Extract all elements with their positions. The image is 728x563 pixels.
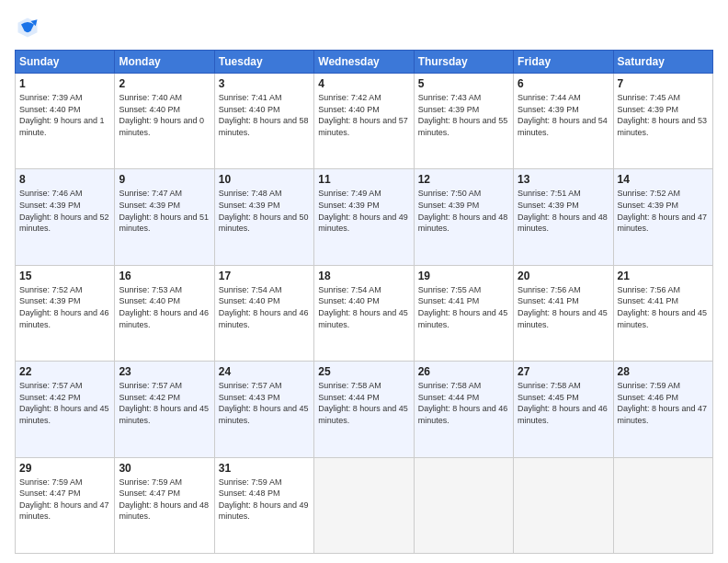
day-number: 15 — [19, 270, 110, 282]
day-number: 25 — [318, 365, 409, 378]
calendar-cell: 18Sunrise: 7:54 AMSunset: 4:40 PMDayligh… — [314, 265, 414, 361]
calendar-cell: 12Sunrise: 7:50 AMSunset: 4:39 PMDayligh… — [414, 169, 513, 265]
day-number: 12 — [418, 173, 509, 186]
day-info: Sunrise: 7:45 AMSunset: 4:39 PMDaylight:… — [618, 92, 709, 138]
day-info: Sunrise: 7:50 AMSunset: 4:39 PMDaylight:… — [418, 188, 509, 234]
calendar-cell: 1Sunrise: 7:39 AMSunset: 4:40 PMDaylight… — [16, 74, 115, 169]
day-number: 26 — [418, 365, 509, 378]
calendar-cell: 5Sunrise: 7:43 AMSunset: 4:39 PMDaylight… — [414, 74, 513, 169]
calendar-cell: 29Sunrise: 7:59 AMSunset: 4:47 PMDayligh… — [16, 457, 115, 553]
col-header-tuesday: Tuesday — [214, 51, 313, 74]
day-info: Sunrise: 7:59 AMSunset: 4:47 PMDaylight:… — [19, 477, 110, 523]
day-info: Sunrise: 7:59 AMSunset: 4:48 PMDaylight:… — [219, 477, 310, 523]
calendar-cell — [613, 457, 712, 553]
calendar-table: SundayMondayTuesdayWednesdayThursdayFrid… — [15, 50, 713, 554]
day-number: 1 — [19, 77, 110, 90]
day-number: 13 — [518, 173, 609, 186]
day-info: Sunrise: 7:51 AMSunset: 4:39 PMDaylight:… — [518, 188, 609, 234]
day-info: Sunrise: 7:57 AMSunset: 4:43 PMDaylight:… — [219, 380, 310, 426]
day-number: 8 — [19, 173, 110, 186]
day-info: Sunrise: 7:53 AMSunset: 4:40 PMDaylight:… — [119, 284, 210, 330]
day-number: 14 — [618, 173, 709, 186]
day-info: Sunrise: 7:48 AMSunset: 4:39 PMDaylight:… — [219, 188, 310, 234]
col-header-wednesday: Wednesday — [314, 51, 414, 74]
calendar-cell: 30Sunrise: 7:59 AMSunset: 4:47 PMDayligh… — [115, 457, 214, 553]
calendar-cell: 14Sunrise: 7:52 AMSunset: 4:39 PMDayligh… — [613, 169, 712, 265]
calendar-cell: 16Sunrise: 7:53 AMSunset: 4:40 PMDayligh… — [115, 265, 214, 361]
logo-icon — [15, 15, 40, 40]
day-number: 17 — [219, 270, 310, 282]
day-info: Sunrise: 7:43 AMSunset: 4:39 PMDaylight:… — [418, 92, 509, 138]
day-info: Sunrise: 7:59 AMSunset: 4:46 PMDaylight:… — [618, 380, 709, 426]
calendar-header-row: SundayMondayTuesdayWednesdayThursdayFrid… — [16, 51, 713, 74]
calendar-cell: 8Sunrise: 7:46 AMSunset: 4:39 PMDaylight… — [16, 169, 115, 265]
day-info: Sunrise: 7:52 AMSunset: 4:39 PMDaylight:… — [618, 188, 709, 234]
col-header-sunday: Sunday — [16, 51, 115, 74]
day-info: Sunrise: 7:56 AMSunset: 4:41 PMDaylight:… — [518, 284, 609, 330]
day-info: Sunrise: 7:46 AMSunset: 4:39 PMDaylight:… — [19, 188, 110, 234]
calendar-cell: 20Sunrise: 7:56 AMSunset: 4:41 PMDayligh… — [514, 265, 613, 361]
calendar-cell: 21Sunrise: 7:56 AMSunset: 4:41 PMDayligh… — [613, 265, 712, 361]
day-number: 19 — [418, 270, 509, 282]
day-info: Sunrise: 7:39 AMSunset: 4:40 PMDaylight:… — [19, 92, 110, 138]
calendar-week-row: 15Sunrise: 7:52 AMSunset: 4:39 PMDayligh… — [16, 265, 713, 361]
day-number: 24 — [219, 365, 310, 378]
day-info: Sunrise: 7:54 AMSunset: 4:40 PMDaylight:… — [318, 284, 409, 330]
day-number: 21 — [618, 270, 709, 282]
day-info: Sunrise: 7:47 AMSunset: 4:39 PMDaylight:… — [119, 188, 210, 234]
calendar-cell — [414, 457, 513, 553]
calendar-week-row: 8Sunrise: 7:46 AMSunset: 4:39 PMDaylight… — [16, 169, 713, 265]
day-info: Sunrise: 7:58 AMSunset: 4:45 PMDaylight:… — [518, 380, 609, 426]
day-number: 23 — [119, 365, 210, 378]
calendar-cell: 4Sunrise: 7:42 AMSunset: 4:40 PMDaylight… — [314, 74, 414, 169]
day-number: 9 — [119, 173, 210, 186]
calendar-week-row: 1Sunrise: 7:39 AMSunset: 4:40 PMDaylight… — [16, 74, 713, 169]
day-number: 3 — [219, 77, 310, 90]
day-number: 18 — [318, 270, 409, 282]
day-info: Sunrise: 7:57 AMSunset: 4:42 PMDaylight:… — [119, 380, 210, 426]
calendar-cell — [514, 457, 613, 553]
day-number: 2 — [119, 77, 210, 90]
day-info: Sunrise: 7:56 AMSunset: 4:41 PMDaylight:… — [618, 284, 709, 330]
day-number: 5 — [418, 77, 509, 90]
day-number: 4 — [318, 77, 409, 90]
day-info: Sunrise: 7:52 AMSunset: 4:39 PMDaylight:… — [19, 284, 110, 330]
day-info: Sunrise: 7:57 AMSunset: 4:42 PMDaylight:… — [19, 380, 110, 426]
col-header-thursday: Thursday — [414, 51, 513, 74]
day-number: 20 — [518, 270, 609, 282]
day-number: 27 — [518, 365, 609, 378]
calendar-cell: 11Sunrise: 7:49 AMSunset: 4:39 PMDayligh… — [314, 169, 414, 265]
day-info: Sunrise: 7:59 AMSunset: 4:47 PMDaylight:… — [119, 477, 210, 523]
day-number: 29 — [19, 462, 110, 475]
col-header-saturday: Saturday — [613, 51, 712, 74]
calendar-cell: 9Sunrise: 7:47 AMSunset: 4:39 PMDaylight… — [115, 169, 214, 265]
day-number: 10 — [219, 173, 310, 186]
calendar-cell: 28Sunrise: 7:59 AMSunset: 4:46 PMDayligh… — [613, 362, 712, 457]
day-number: 28 — [618, 365, 709, 378]
calendar-cell: 13Sunrise: 7:51 AMSunset: 4:39 PMDayligh… — [514, 169, 613, 265]
page-container: SundayMondayTuesdayWednesdayThursdayFrid… — [0, 0, 728, 563]
calendar-cell: 19Sunrise: 7:55 AMSunset: 4:41 PMDayligh… — [414, 265, 513, 361]
day-info: Sunrise: 7:42 AMSunset: 4:40 PMDaylight:… — [318, 92, 409, 138]
calendar-cell — [314, 457, 414, 553]
day-number: 16 — [119, 270, 210, 282]
header — [15, 15, 713, 40]
day-info: Sunrise: 7:54 AMSunset: 4:40 PMDaylight:… — [219, 284, 310, 330]
calendar-cell: 2Sunrise: 7:40 AMSunset: 4:40 PMDaylight… — [115, 74, 214, 169]
calendar-cell: 27Sunrise: 7:58 AMSunset: 4:45 PMDayligh… — [514, 362, 613, 457]
calendar-cell: 22Sunrise: 7:57 AMSunset: 4:42 PMDayligh… — [16, 362, 115, 457]
calendar-cell: 7Sunrise: 7:45 AMSunset: 4:39 PMDaylight… — [613, 74, 712, 169]
day-info: Sunrise: 7:44 AMSunset: 4:39 PMDaylight:… — [518, 92, 609, 138]
calendar-cell: 31Sunrise: 7:59 AMSunset: 4:48 PMDayligh… — [214, 457, 313, 553]
col-header-friday: Friday — [514, 51, 613, 74]
day-number: 11 — [318, 173, 409, 186]
day-info: Sunrise: 7:49 AMSunset: 4:39 PMDaylight:… — [318, 188, 409, 234]
day-info: Sunrise: 7:58 AMSunset: 4:44 PMDaylight:… — [318, 380, 409, 426]
day-info: Sunrise: 7:58 AMSunset: 4:44 PMDaylight:… — [418, 380, 509, 426]
day-info: Sunrise: 7:55 AMSunset: 4:41 PMDaylight:… — [418, 284, 509, 330]
calendar-cell: 6Sunrise: 7:44 AMSunset: 4:39 PMDaylight… — [514, 74, 613, 169]
calendar-cell: 3Sunrise: 7:41 AMSunset: 4:40 PMDaylight… — [214, 74, 313, 169]
col-header-monday: Monday — [115, 51, 214, 74]
day-number: 6 — [518, 77, 609, 90]
calendar-cell: 25Sunrise: 7:58 AMSunset: 4:44 PMDayligh… — [314, 362, 414, 457]
